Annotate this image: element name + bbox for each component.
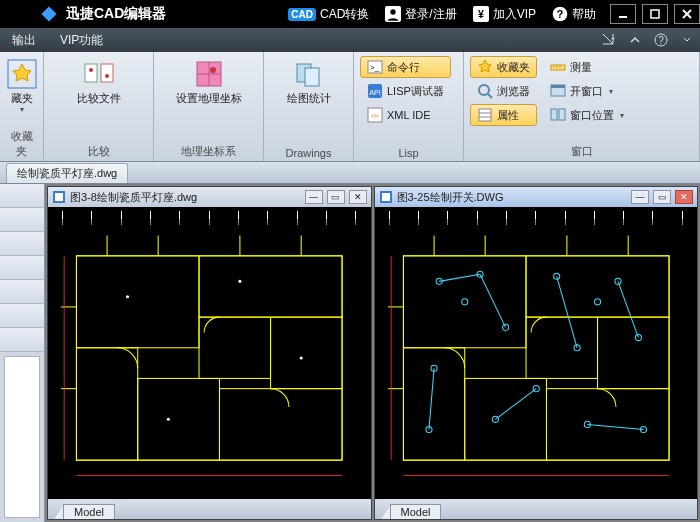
- ruler: [48, 211, 371, 221]
- svg-point-61: [126, 295, 129, 298]
- svg-rect-42: [559, 109, 565, 120]
- svg-line-103: [495, 389, 536, 420]
- document-container: 图3-8绘制瓷质平灯座.dwg ― ▭ ✕: [45, 184, 700, 522]
- svg-line-31: [488, 94, 492, 98]
- dock-slot[interactable]: [0, 328, 44, 352]
- ribbon-group-label: Drawings: [270, 145, 347, 161]
- favorites-panel-button[interactable]: 收藏夹: [470, 56, 537, 78]
- ribbon-group-window: 收藏夹 浏览器 属性 测量 开窗口▾ 窗口位置▾ 窗口: [464, 52, 700, 161]
- svg-point-64: [167, 418, 170, 421]
- favorites-label: 藏夹: [11, 92, 33, 105]
- drawing-stats-button[interactable]: 绘图统计: [279, 56, 339, 105]
- document-window-right: 图3-25绘制开关.DWG ― ▭ ✕: [374, 186, 699, 520]
- svg-point-89: [502, 324, 508, 330]
- svg-line-99: [480, 274, 506, 327]
- chevron-up-icon[interactable]: [626, 31, 644, 49]
- close-button[interactable]: [674, 4, 700, 24]
- geo-label: 设置地理坐标: [176, 92, 242, 105]
- dock-slot[interactable]: [0, 184, 44, 208]
- terminal-icon: >_: [367, 59, 383, 75]
- lisp-debug-button[interactable]: APILISP调试器: [360, 80, 451, 102]
- browser-button[interactable]: 浏览器: [470, 80, 537, 102]
- svg-point-96: [461, 299, 467, 305]
- floorplan-icon: [56, 225, 363, 491]
- dock-panel: [4, 356, 40, 518]
- window-icon: [550, 83, 566, 99]
- document-tab[interactable]: 绘制瓷质平灯座.dwg: [6, 163, 128, 183]
- cmdline-button[interactable]: >_命令行: [360, 56, 451, 78]
- document-view-tabs: Model: [375, 499, 698, 519]
- doc-minimize-button[interactable]: ―: [631, 190, 649, 204]
- help-button[interactable]: ? 帮助: [544, 0, 604, 28]
- drawing-canvas[interactable]: [48, 207, 371, 499]
- chevron-down-icon[interactable]: [678, 31, 696, 49]
- svg-rect-15: [101, 64, 113, 82]
- favorites-button[interactable]: 藏夹 ▾: [6, 56, 38, 114]
- lisp-icon: API: [367, 83, 383, 99]
- dock-slot[interactable]: [0, 232, 44, 256]
- geo-coord-button[interactable]: 设置地理坐标: [169, 56, 249, 105]
- open-window-button[interactable]: 开窗口▾: [543, 80, 631, 102]
- model-tab[interactable]: Model: [63, 504, 115, 519]
- measure-button[interactable]: 测量: [543, 56, 631, 78]
- svg-rect-51: [138, 378, 220, 460]
- ribbon-group-compare: 比较文件 比较: [44, 52, 154, 161]
- compare-icon: [83, 58, 115, 90]
- help-small-icon[interactable]: ?: [652, 31, 670, 49]
- doc-close-button[interactable]: ✕: [349, 190, 367, 204]
- help-icon: ?: [552, 6, 568, 22]
- svg-point-2: [391, 9, 396, 14]
- svg-text:>_: >_: [370, 63, 380, 72]
- menu-vip[interactable]: VIP功能: [48, 28, 115, 52]
- doc-minimize-button[interactable]: ―: [305, 190, 323, 204]
- drawings-icon: [293, 58, 325, 90]
- cad-convert-button[interactable]: CAD CAD转换: [280, 0, 377, 28]
- layout-icon: [550, 107, 566, 123]
- svg-rect-44: [55, 193, 63, 201]
- svg-rect-49: [271, 317, 343, 389]
- document-view-tabs: Model: [48, 499, 371, 519]
- svg-rect-47: [199, 256, 342, 317]
- dwg-file-icon: [52, 190, 66, 204]
- document-titlebar[interactable]: 图3-25绘制开关.DWG ― ▭ ✕: [375, 187, 698, 207]
- doc-maximize-button[interactable]: ▭: [653, 190, 671, 204]
- svg-rect-68: [403, 256, 526, 348]
- titlebar: 迅捷CAD编辑器 CAD CAD转换 登录/注册 ¥ 加入VIP ? 帮助: [0, 0, 700, 28]
- app-title: 迅捷CAD编辑器: [66, 5, 166, 23]
- maximize-button[interactable]: [642, 4, 668, 24]
- vip-button[interactable]: ¥ 加入VIP: [465, 0, 544, 28]
- svg-rect-74: [546, 389, 669, 461]
- login-button[interactable]: 登录/注册: [377, 0, 464, 28]
- dock-slot[interactable]: [0, 256, 44, 280]
- user-icon: [385, 6, 401, 22]
- document-titlebar[interactable]: 图3-8绘制瓷质平灯座.dwg ― ▭ ✕: [48, 187, 371, 207]
- svg-rect-8: [651, 10, 659, 18]
- svg-rect-67: [403, 256, 669, 460]
- dock-slot[interactable]: [0, 304, 44, 328]
- app-logo-icon: [40, 5, 58, 23]
- compare-files-button[interactable]: 比较文件: [69, 56, 129, 105]
- document-window-left: 图3-8绘制瓷质平灯座.dwg ― ▭ ✕: [47, 186, 372, 520]
- properties-button[interactable]: 属性: [470, 104, 537, 126]
- model-tab[interactable]: Model: [390, 504, 442, 519]
- svg-point-17: [105, 74, 109, 78]
- minimize-button[interactable]: [610, 4, 636, 24]
- dock-slot[interactable]: [0, 280, 44, 304]
- svg-rect-69: [526, 256, 669, 317]
- ruler-icon: [550, 59, 566, 75]
- dock-slot[interactable]: [0, 208, 44, 232]
- menu-output[interactable]: 输出: [0, 28, 48, 52]
- doc-close-button[interactable]: ✕: [675, 190, 693, 204]
- window-position-button[interactable]: 窗口位置▾: [543, 104, 631, 126]
- compare-label: 比较文件: [77, 92, 121, 105]
- xml-ide-button[interactable]: </>XML IDE: [360, 104, 451, 126]
- doc-maximize-button[interactable]: ▭: [327, 190, 345, 204]
- drawings-label: 绘图统计: [287, 92, 331, 105]
- work-area: 图3-8绘制瓷质平灯座.dwg ― ▭ ✕: [0, 184, 700, 522]
- ribbon-group-geo: 设置地理坐标 地理坐标系: [154, 52, 264, 161]
- svg-rect-46: [76, 256, 199, 348]
- drawing-canvas[interactable]: [375, 207, 698, 499]
- browser-label: 浏览器: [497, 84, 530, 99]
- svg-line-101: [617, 281, 637, 337]
- style-dropdown-icon[interactable]: [600, 31, 618, 49]
